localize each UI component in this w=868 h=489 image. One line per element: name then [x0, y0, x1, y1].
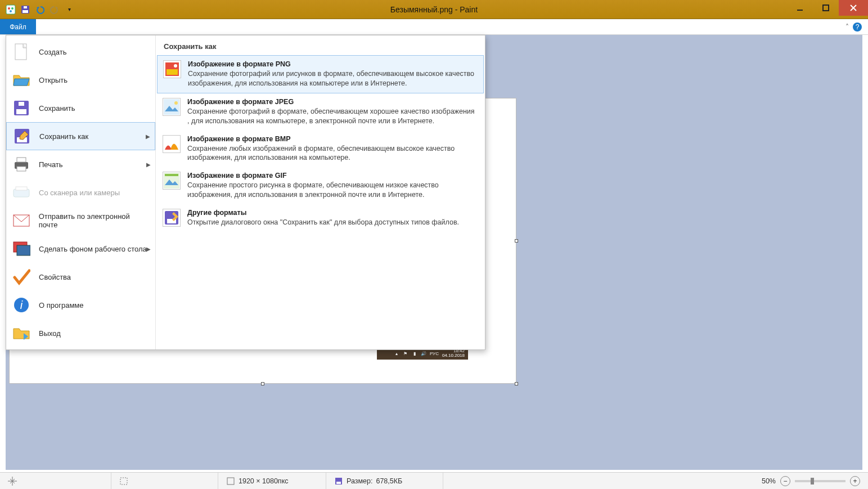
option-desc: Сохранение фотографий или рисунков в фор…	[188, 69, 478, 88]
zoom-controls: 50% − +	[754, 476, 868, 486]
zoom-slider-thumb[interactable]	[811, 478, 814, 484]
save-as-png[interactable]: Изображение в формате PNG Сохранение фот…	[157, 55, 484, 93]
svg-point-32	[174, 101, 178, 105]
svg-rect-41	[336, 482, 341, 484]
menu-properties[interactable]: Свойства	[6, 263, 155, 291]
menu-print[interactable]: Печать ▶	[6, 150, 155, 178]
disk-icon	[334, 477, 343, 486]
svg-rect-5	[23, 10, 28, 13]
maximize-button[interactable]	[813, 0, 839, 16]
svg-rect-29	[167, 69, 178, 75]
printer-icon	[12, 155, 31, 174]
open-folder-icon	[12, 70, 31, 89]
menu-label: Сделать фоном рабочего стола	[39, 245, 147, 253]
window-title: Безымянный.png - Paint	[0, 5, 868, 14]
svg-point-30	[174, 64, 177, 68]
submenu-arrow-icon: ▶	[146, 133, 150, 140]
zoom-value: 50%	[762, 477, 776, 485]
status-bar: 1920 × 1080пкс Размер: 678,5КБ 50% − +	[0, 472, 868, 489]
menu-save[interactable]: Сохранить	[6, 94, 155, 122]
menu-send-email[interactable]: Отправить по электронной почте	[6, 207, 155, 235]
status-dimensions: 1920 × 1080пкс	[218, 473, 326, 489]
menu-label: Печать	[39, 160, 63, 169]
status-selection	[111, 473, 218, 489]
undo-icon[interactable]	[34, 3, 46, 16]
svg-rect-39	[227, 478, 234, 484]
save-as-icon	[12, 127, 32, 146]
desktop-icon	[12, 239, 31, 258]
ribbon-collapse-icon[interactable]: ˄	[845, 23, 849, 31]
zoom-in-button[interactable]: +	[850, 476, 860, 486]
save-disk-icon	[12, 98, 31, 118]
menu-label: Сохранить	[39, 104, 75, 113]
tray-up-icon: ▴	[394, 351, 399, 356]
file-backstage: Создать Открыть Сохранить Сохранить как …	[6, 35, 485, 350]
svg-rect-7	[797, 10, 803, 11]
menu-about[interactable]: i О программе	[6, 291, 155, 319]
zoom-out-button[interactable]: −	[780, 476, 790, 486]
save-as-submenu: Сохранить как Изображение в формате PNG …	[156, 35, 485, 349]
menu-label: О программе	[39, 301, 84, 309]
caption-buttons	[787, 0, 868, 19]
other-formats-icon	[163, 209, 181, 227]
gif-format-icon	[163, 172, 181, 190]
file-menu-list: Создать Открыть Сохранить Сохранить как …	[6, 35, 156, 349]
clock-date: 04.10.2018	[442, 353, 465, 358]
new-file-icon	[12, 42, 31, 61]
volume-icon: 🔊	[421, 351, 426, 356]
minimize-button[interactable]	[787, 0, 813, 16]
close-button[interactable]	[839, 0, 868, 16]
svg-rect-6	[24, 6, 27, 8]
clock: 18:42 04.10.2018	[442, 349, 465, 358]
menu-label: Создать	[39, 48, 66, 56]
language-indicator: РУС	[430, 351, 439, 356]
jpeg-format-icon	[163, 98, 181, 116]
option-desc: Сохранение любых изображений в формате, …	[187, 144, 478, 163]
option-title: Другие форматы	[187, 209, 459, 217]
resize-handle-corner[interactable]	[515, 382, 518, 385]
svg-rect-8	[823, 5, 829, 11]
resize-handle-right[interactable]	[515, 239, 518, 243]
zoom-slider[interactable]	[795, 480, 845, 482]
svg-rect-14	[19, 102, 24, 106]
cursor-position-icon	[8, 477, 17, 486]
status-file-size: Размер: 678,5КБ	[326, 473, 443, 489]
svg-rect-35	[165, 174, 178, 176]
save-as-bmp[interactable]: Изображение в формате BMP Сохранение люб…	[157, 131, 484, 168]
submenu-arrow-icon: ▶	[146, 161, 151, 168]
save-icon[interactable]	[19, 3, 32, 16]
save-as-jpeg[interactable]: Изображение в формате JPEG Сохранение фо…	[157, 93, 484, 131]
scanner-icon	[12, 183, 31, 202]
dimensions-value: 1920 × 1080пкс	[239, 477, 289, 485]
redo-icon[interactable]	[48, 3, 61, 16]
help-icon[interactable]: ?	[852, 22, 862, 32]
svg-rect-38	[120, 478, 127, 484]
paint-app-icon[interactable]	[5, 3, 17, 16]
submenu-title: Сохранить как	[156, 40, 485, 55]
menu-save-as[interactable]: Сохранить как ▶	[6, 122, 155, 150]
resize-handle-bottom[interactable]	[261, 382, 264, 385]
menu-exit[interactable]: Выход	[6, 319, 155, 347]
menu-label: Выход	[39, 329, 61, 338]
option-title: Изображение в формате GIF	[187, 172, 478, 180]
menu-set-wallpaper[interactable]: Сделать фоном рабочего стола ▶	[6, 235, 155, 263]
menu-new[interactable]: Создать	[6, 38, 155, 66]
save-as-gif[interactable]: Изображение в формате GIF Сохранение про…	[157, 167, 484, 204]
menu-open[interactable]: Открыть	[6, 66, 155, 94]
svg-text:?: ?	[856, 23, 860, 31]
png-format-icon	[163, 60, 181, 78]
save-as-other[interactable]: Другие форматы Открытие диалогового окна…	[157, 204, 484, 232]
svg-point-1	[8, 7, 10, 10]
submenu-arrow-icon: ▶	[146, 246, 151, 252]
envelope-icon	[12, 211, 31, 230]
title-bar: ▾ Безымянный.png - Paint	[0, 0, 868, 19]
checkmark-icon	[12, 267, 31, 286]
svg-point-2	[11, 7, 14, 10]
option-title: Изображение в формате JPEG	[187, 98, 478, 106]
option-title: Изображение в формате PNG	[188, 60, 478, 68]
svg-rect-31	[164, 99, 179, 115]
file-tab[interactable]: Файл	[0, 19, 36, 34]
option-desc: Открытие диалогового окна "Сохранить как…	[187, 218, 459, 227]
option-desc: Сохранение простого рисунка в формате, о…	[187, 181, 478, 200]
qat-customize-icon[interactable]: ▾	[63, 3, 75, 16]
